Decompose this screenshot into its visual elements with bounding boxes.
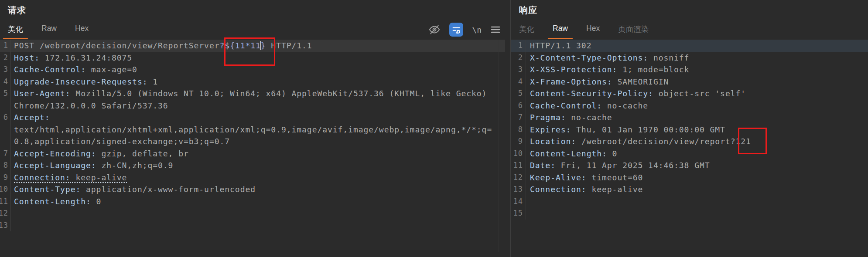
editor-line-text[interactable]: X-Frame-Options: SAMEORIGIN [526, 76, 868, 88]
text-value: text/html,application/xhtml+xml,applicat… [14, 125, 492, 134]
text-value: nosniff [648, 53, 689, 62]
editor-row: 9Connection: keep-alive [0, 172, 505, 184]
editor-line-text[interactable] [11, 207, 505, 220]
editor-row: 11Content-Length: 0 [0, 196, 505, 208]
editor-line-text[interactable]: X-XSS-Protection: 1; mode=block [526, 64, 868, 76]
line-number: 5 [511, 88, 526, 100]
header-name: Cache-Control: [530, 101, 602, 110]
editor-row: 4X-Frame-Options: SAMEORIGIN [511, 76, 868, 88]
text-value: 0 [607, 149, 618, 158]
line-number: 8 [0, 159, 11, 172]
word-wrap-icon[interactable] [449, 23, 463, 37]
editor-row: 13 [0, 220, 505, 232]
editor-line-text[interactable]: User-Agent: Mozilla/5.0 (Windows NT 10.0… [11, 88, 505, 100]
editor-line-text[interactable]: Connection: keep-alive [526, 183, 868, 196]
newline-icon[interactable]: \n [472, 25, 482, 34]
text-value: no-cache [602, 101, 648, 110]
tab-raw[interactable]: Raw [547, 20, 574, 39]
text-value: object-src 'self' [653, 89, 746, 98]
line-number: 5 [0, 88, 11, 100]
editor-line-text[interactable]: Cache-Control: no-cache [526, 100, 868, 112]
tab-hex[interactable]: Hex [69, 20, 94, 39]
header-name: Accept: [14, 113, 50, 122]
eye-off-icon[interactable] [428, 24, 441, 36]
editor-line-text[interactable]: Accept-Encoding: gzip, deflate, br [11, 148, 505, 160]
tab-beautify[interactable]: 美化 [2, 20, 29, 39]
editor-line-text[interactable]: Accept-Language: zh-CN,zh;q=0.9 [11, 159, 505, 172]
tab-hex[interactable]: Hex [581, 20, 605, 39]
editor-row: 12Keep-Alive: timeout=60 [511, 172, 868, 184]
response-editor[interactable]: 1HTTP/1.1 3022X-Content-Type-Options: no… [511, 40, 868, 257]
editor-line-text[interactable]: Connection: keep-alive [11, 172, 505, 184]
editor-line-text[interactable]: X-Content-Type-Options: nosniff [526, 52, 868, 64]
editor-row: Chrome/132.0.0.0 Safari/537.36 [0, 100, 505, 112]
editor-row: text/html,application/xhtml+xml,applicat… [0, 124, 505, 136]
editor-line-text[interactable] [526, 207, 868, 220]
editor-line-text[interactable]: Content-Length: 0 [526, 148, 868, 160]
response-tabs: 美化RawHex页面渲染 [513, 20, 654, 39]
editor-line-text[interactable]: Location: /webroot/decision/view/report?… [526, 135, 868, 148]
response-panel: 响应 美化RawHex页面渲染 1HTTP/1.1 3022X-Content-… [511, 0, 868, 257]
text-value: HTTP/1.1 302 [530, 41, 591, 50]
tab-raw[interactable]: Raw [36, 20, 62, 39]
line-number: 1 [0, 40, 11, 52]
header-name: Accept-Encoding: [14, 149, 96, 158]
editor-line-text[interactable]: Upgrade-Insecure-Requests: 1 [11, 76, 505, 88]
line-number: 14 [511, 196, 526, 208]
text-value: Chrome/132.0.0.0 Safari/537.36 [14, 101, 168, 110]
header-name: Date: [530, 161, 556, 170]
editor-row: 15 [511, 207, 868, 220]
tab-render[interactable]: 页面渲染 [612, 20, 654, 39]
editor-line-text[interactable]: Accept: [11, 112, 505, 124]
line-number: 13 [511, 183, 526, 196]
line-number: 12 [511, 172, 526, 184]
editor-line-text[interactable]: Expires: Thu, 01 Jan 1970 00:00:00 GMT [526, 124, 868, 136]
request-editor[interactable]: 1POST /webroot/decision/view/ReportServe… [0, 40, 505, 252]
header-name: X-XSS-Protection: [530, 65, 617, 74]
line-number: 11 [511, 159, 526, 172]
line-number: 10 [0, 183, 11, 196]
editor-line-text[interactable]: 0.8,application/signed-exchange;v=b3;q=0… [11, 135, 505, 148]
editor-line-text[interactable]: Chrome/132.0.0.0 Safari/537.36 [11, 100, 505, 112]
editor-row: 8Expires: Thu, 01 Jan 1970 00:00:00 GMT [511, 124, 868, 136]
line-number: 15 [511, 207, 526, 220]
editor-line-text[interactable]: Content-Length: 0 [11, 196, 505, 208]
header-name: Keep-Alive: [530, 173, 587, 182]
text-value: Mozilla/5.0 (Windows NT 10.0; Win64; x64… [71, 89, 487, 98]
tab-beautify[interactable]: 美化 [513, 20, 540, 39]
header-name: Accept-Language: [14, 161, 96, 170]
editor-line-text[interactable] [526, 196, 868, 208]
text-value: Fri, 11 Apr 2025 14:46:38 GMT [556, 161, 710, 170]
header-name: Expires: [530, 125, 571, 134]
line-number [0, 124, 11, 136]
menu-icon[interactable] [490, 24, 501, 35]
editor-line-text[interactable]: Keep-Alive: timeout=60 [526, 172, 868, 184]
editor-row: 6Cache-Control: no-cache [511, 100, 868, 112]
line-number: 11 [0, 196, 11, 208]
text-value: 0.8,application/signed-exchange;v=b3;q=0… [14, 137, 230, 146]
header-name: Upgrade-Insecure-Requests: [14, 77, 147, 86]
line-number: 4 [0, 76, 11, 88]
editor-row: 8Accept-Language: zh-CN,zh;q=0.9 [0, 159, 505, 172]
editor-line-text[interactable]: Content-Type: application/x-www-form-url… [11, 183, 505, 196]
editor-line-text[interactable]: HTTP/1.1 302 [526, 40, 868, 52]
request-editor-scroll-edge [499, 40, 499, 252]
text-value: /webroot/decision/view/report?121 [576, 137, 751, 146]
request-panel: 请求 美化RawHex \n [0, 0, 509, 257]
line-number: 2 [0, 52, 11, 64]
editor-line-text[interactable]: Content-Security-Policy: object-src 'sel… [526, 88, 868, 100]
line-number: 10 [511, 148, 526, 160]
request-annotation-box [224, 37, 275, 66]
http-message-viewer: { "request_panel": { "title": "请求", "tab… [0, 0, 868, 257]
editor-row: 14 [511, 196, 868, 208]
line-number: 9 [0, 172, 11, 184]
request-tabs: 美化RawHex [2, 20, 94, 39]
header-name: Connection: [14, 173, 71, 182]
line-number: 4 [511, 76, 526, 88]
header-name: X-Frame-Options: [530, 77, 612, 86]
editor-line-text[interactable]: Date: Fri, 11 Apr 2025 14:46:38 GMT [526, 159, 868, 172]
line-number: 7 [0, 148, 11, 160]
editor-line-text[interactable]: text/html,application/xhtml+xml,applicat… [11, 124, 505, 136]
editor-line-text[interactable]: Pragma: no-cache [526, 112, 868, 124]
editor-line-text[interactable] [11, 220, 505, 232]
